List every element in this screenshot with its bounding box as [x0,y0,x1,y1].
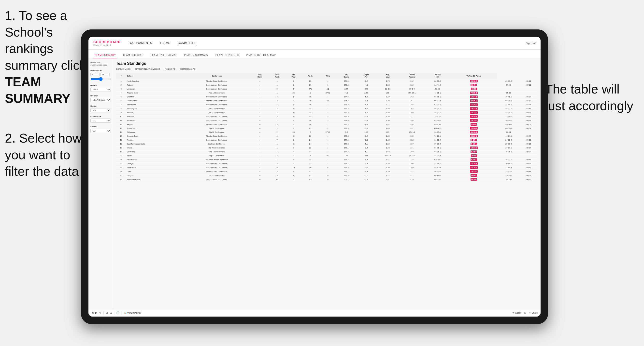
table-row[interactable]: 26Mississippi StateSoutheastern Conferen… [116,177,538,181]
table-cell: 271 [399,146,425,150]
table-row[interactable]: 11ArkansasSoutheastern Conference–192432… [116,119,538,123]
toolbar-grid-icon[interactable]: ⊞ [524,312,526,314]
sidebar-region-select[interactable]: N/A All [90,108,111,112]
table-row[interactable]: 13Texas TechBig 12 Conference–19272276.0… [116,126,538,130]
table-cell: Duke [126,170,182,173]
table-cell: 3 [268,154,286,158]
table-cell: Pac-12 Conference [182,173,251,177]
table-cell: 80.91 [450,154,497,158]
toolbar-paste-icon[interactable]: ⊟ [110,311,112,314]
table-area: Team Standings Gender: Men's Division: N… [113,58,540,309]
table-cell: 27 [319,99,337,103]
toolbar-back-icon[interactable]: ◀ [92,311,93,314]
table-cell: 1.98 [376,107,399,111]
tab-player-summary[interactable]: PLAYER SUMMARY [183,52,209,58]
table-row[interactable]: 4Arizona StatePac-12 Conference–1261274.… [116,91,538,95]
table-row[interactable]: 23Texas A&MSoutheastern Conference–91030… [116,166,538,170]
table-row[interactable]: 15Georgia TechAtlantic Coast Conference–… [116,134,538,138]
table-cell: 2 [268,107,286,111]
table-cell: 72-30-1 [425,115,450,119]
tab-team-h2h-heatmap[interactable]: TEAM H2H HEATMAP [150,52,178,58]
toolbar-time-icon[interactable]: 🕐 [116,311,120,314]
table-cell: 8 [268,162,286,166]
table-cell: 1 [268,146,286,150]
table-row[interactable]: 20TexasBig 12 Conference–3770.71.4426959… [116,154,538,158]
table-row[interactable]: 18IllinoisBig Ten Conference–19231279.1-… [116,146,538,150]
table-cell: 9-14-0 [450,150,497,154]
table-cell: 80.94 [520,115,538,119]
nav-committee[interactable]: COMMITTEE [178,40,196,46]
table-cell: -6.0 [356,107,376,111]
table-cell: 23 [302,177,319,181]
toolbar-share[interactable]: ⇧ Share [529,312,538,314]
table-cell: – [251,119,268,123]
table-cell: 2 [319,126,337,130]
sidebar-school-select[interactable]: (All) [90,129,111,133]
table-row[interactable]: 12VirginiaAtlantic Coast Conference–3824… [116,123,538,126]
table-cell: Big 12 Conference [182,126,251,130]
table-row[interactable]: 22GeorgiaSoutheastern Conference–8721127… [116,162,538,166]
table-cell: 203 [356,87,376,91]
table-row[interactable]: 5Ole MissSoutheastern Conference–3618127… [116,95,538,99]
table-cell: 6.2 [319,87,337,91]
table-cell: 2.20 [376,99,399,103]
table-cell: 11 [116,119,126,123]
table-row[interactable]: 7TennesseeSoutheastern Conference–461822… [116,103,538,107]
table-cell: 7 [286,154,302,158]
sidebar-min-input2[interactable] [100,73,109,76]
sidebar-division-select[interactable]: NCAA Division I NCAA Division II NCAA Di… [90,98,111,102]
toolbar-reload-icon[interactable]: ↺ [99,311,102,314]
table-cell: 100-27-1 [399,91,425,95]
tab-player-h2h-heatmap[interactable]: PLAYER H2H HEATMAP [245,52,277,58]
table-cell: 2.11 [376,103,399,107]
table-cell: 24 [302,123,319,126]
table-cell: 262 [399,95,425,99]
table-row[interactable]: 6Florida StateAtlantic Coast Conference–… [116,99,538,103]
table-cell: 3 [319,119,337,123]
nav-tournaments[interactable]: TOURNAMENTS [128,40,152,46]
table-row[interactable]: 3VanderbiltSoutheastern Conference–25271… [116,87,538,91]
table-row[interactable]: 25OregonPac-12 Conference–97210279.5-1.1… [116,173,538,177]
table-row[interactable]: 2AuburnSoutheastern Conference–19276273.… [116,83,538,87]
table-row[interactable]: 8WashingtonPac-12 Conference–28231276.3-… [116,107,538,111]
toolbar-view[interactable]: 📊 View: Original [124,312,141,314]
table-row[interactable]: 19CaliforniaPac-12 Conference–48242278.2… [116,150,538,154]
table-cell: Georgia [126,162,182,166]
table-cell: 8 [286,177,302,181]
table-cell: Big 12 Conference [182,154,251,158]
sidebar-conference-select[interactable]: (All) [90,119,111,123]
table-cell: – [251,107,268,111]
nav-sign-out[interactable]: Sign out [526,42,536,45]
table-cell: 8 [319,166,337,170]
tab-team-summary[interactable]: TEAM SUMMARY [93,52,117,58]
toolbar-copy-icon[interactable]: ⊞ [106,311,108,314]
table-row[interactable]: 9ArizonaPac-12 Conference–28232276.3-4.6… [116,111,538,115]
table-cell: 1.41 [376,158,399,162]
table-cell: 24-25-2 [497,138,520,142]
table-cell: 265 [399,134,425,138]
sidebar-min-slider[interactable] [90,77,111,81]
sidebar-gender-select[interactable]: Men's Women's [90,88,111,92]
table-cell: Southeastern Conference [182,162,251,166]
tab-player-h2h-grid[interactable]: PLAYER H2H GRID [214,52,240,58]
table-row[interactable]: 14OklahomaBig 12 Conference–2242276.9-5.… [116,130,538,134]
table-cell: 80.42 [520,166,538,170]
table-cell: 1.86 [376,115,399,119]
table-cell: 23-23-1 [450,134,497,138]
nav-teams[interactable]: TEAMS [160,40,170,46]
table-cell: 79-25-1 [450,91,497,95]
table-row[interactable]: 16FloridaSoutheastern Conference–7924427… [116,138,538,142]
table-row[interactable]: 1North CarolinaAtlantic Coast Conference… [116,79,538,83]
table-row[interactable]: 24DukeAtlantic Coast Conference–59271279… [116,170,538,173]
table-cell: Ole Miss [126,95,182,99]
toolbar-watch[interactable]: 👁 Watch [512,312,522,314]
table-cell: 276.9 [319,130,337,134]
table-row[interactable]: 17East Tennessee StateSouthern Conferenc… [116,142,538,146]
toolbar-forward-icon[interactable]: ▶ [95,311,97,314]
table-row[interactable]: 10AlabamaSoutheastern Conference–5823327… [116,115,538,119]
table-cell: 1 [116,79,126,83]
sidebar-min-input1[interactable] [90,73,100,76]
table-row[interactable]: 21New MexicoMountain West Conference–192… [116,158,538,162]
table-cell: -4.6 [356,111,376,115]
tab-team-h2h-grid[interactable]: TEAM H2H GRID [122,52,145,58]
